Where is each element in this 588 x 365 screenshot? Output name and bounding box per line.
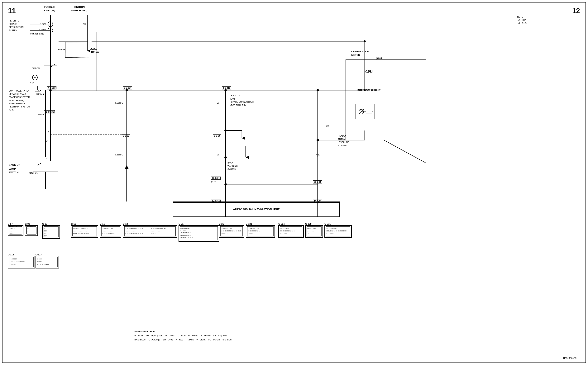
w-main: W bbox=[217, 102, 219, 104]
page-num-left: 11 bbox=[6, 6, 18, 16]
svg-text:10  11  12  13  14  15  16  17: 10 11 12 13 14 15 16 17 18 19 20 bbox=[326, 230, 347, 232]
note-label: NOTE★1 : LHD★2 : RHD bbox=[517, 15, 527, 25]
can-label: CONTROLLER AREANETWORK (CAN)SPARE CONNEC… bbox=[9, 89, 30, 112]
conn-c10-diagram: C-10 1 2 3 4 5 6 7 8 9 10 11 12 ○ ○ ○ ○ … bbox=[71, 223, 98, 238]
f8w-top: <F>8W bbox=[39, 23, 46, 25]
svg-text:58 59 60 61 62 63 64: 58 59 60 61 62 63 64 bbox=[180, 237, 193, 238]
conn-c19-diagram: C-19 21 22 23 24 25 26 27 28 29 30 ○ ○ ○… bbox=[123, 223, 177, 238]
svg-text:8 9 10 11 12 13 14 15 16: 8 9 10 11 12 13 14 15 16 bbox=[10, 261, 25, 262]
svg-text:○ ○ ○ ○ ○ ○ ○ ○ ○ ○  ○  ○: ○ ○ ○ ○ ○ ○ ○ ○ ○ ○ ○ ○ bbox=[73, 230, 87, 232]
svg-text:1 2 3  4 5 6  X  7 8 9: 1 2 3 4 5 6 X 7 8 9 bbox=[102, 228, 113, 229]
wire-num-20: 20 bbox=[326, 125, 329, 127]
c311-label: C-311 bbox=[325, 223, 352, 225]
c304-label: C-304 bbox=[278, 223, 304, 225]
svg-text:X 10  11  12 (13)X  15 16 17: X 10 11 12 (13)X 15 16 17 bbox=[73, 233, 89, 234]
svg-text:46 47 48 49 50 51: 46 47 48 49 50 51 bbox=[180, 232, 191, 233]
svg-text:○   ○   ○   ○   ○   ○   ○: ○ ○ ○ ○ ○ ○ ○ bbox=[326, 233, 334, 234]
conn-b07-diagram: B-07 MU802607 1 2 3 4 ○ ○ ○ ○ ○ ○ bbox=[8, 223, 23, 236]
lamp-symbol bbox=[355, 104, 375, 119]
etacs-ecu-label: ETACS-ECU bbox=[30, 33, 44, 35]
interface-circuit-box: INTERFACE CIRCUIT bbox=[349, 85, 389, 95]
c309-label: C-309 bbox=[305, 223, 323, 225]
conn-c21-diagram: C-21 41 42 43 44 45 ○ ○ ○ ○ ○ 46 47 48 4… bbox=[178, 223, 219, 242]
c19-label: C-19 bbox=[123, 223, 177, 225]
b07-tag: 5 B-07 bbox=[122, 134, 130, 137]
color-code-line2: BR : Brown O : Orange GR : Grey R : Red … bbox=[134, 338, 232, 342]
svg-text:52 53 54 55 56 57: 52 53 54 55 56 57 bbox=[180, 234, 191, 236]
c313-label: C-313 bbox=[8, 253, 35, 256]
f8w-bot: <F>8W bbox=[39, 28, 46, 31]
svg-text:○  ○  ○  ○  ○  ○: ○ ○ ○ ○ ○ ○ bbox=[10, 264, 16, 265]
fuse-75a: 7.5A bbox=[30, 82, 34, 84]
svg-text:m  5 6 7: m 5 6 7 bbox=[37, 261, 42, 262]
color-code-line1: B : Black LG : Light green G : Green L :… bbox=[134, 334, 232, 338]
page-num-right: 12 bbox=[570, 6, 582, 16]
svg-text:N: N bbox=[44, 227, 45, 229]
svg-text:○ ○: ○ ○ bbox=[27, 230, 29, 232]
cpu-label: CPU bbox=[365, 70, 373, 74]
v-085-star2: 0.85V ★2 bbox=[36, 93, 46, 96]
svg-text:1 2 3 4  ○  5 6 7: 1 2 3 4 ○ 5 6 7 bbox=[280, 228, 289, 229]
back-warning-label: BACKWARNINGSYSTEM bbox=[227, 161, 238, 171]
r085g-top: 0.85R-G bbox=[115, 102, 123, 104]
c131-tag: 22 C-131 bbox=[44, 110, 55, 113]
combination-meter-label: COMBINATIONMETER bbox=[351, 50, 369, 57]
c10-label: C-10 bbox=[71, 223, 98, 225]
audio-nav-label: AUDIO VISUAL NAVIGATION UNIT bbox=[233, 208, 280, 211]
svg-text:21 22 23 24 25  26  27 28 29 3: 21 22 23 24 25 26 27 28 29 30 bbox=[125, 228, 143, 229]
w-label: (W) bbox=[83, 23, 86, 25]
svg-text:○   ○   ○   ○   ○   ○: ○ ○ ○ ○ ○ ○ bbox=[248, 233, 254, 234]
svg-text:○  ○  ○  ○  ○  ○: ○ ○ ○ ○ ○ ○ bbox=[307, 230, 314, 232]
c36-tag: 9 C-36 bbox=[213, 134, 221, 137]
conn-c03-diagram: C-03 N 1 2 3 4 ○ ○ ○ ○ 5 6 7 8 9 bbox=[42, 223, 60, 239]
c131-label: C-131 bbox=[246, 223, 275, 225]
svg-text:○  ○  ○  ○  ○  ○: ○ ○ ○ ○ ○ ○ bbox=[221, 233, 227, 234]
c36-label: C-36 bbox=[219, 223, 244, 225]
svg-text:41 42 43 44 45 46 47 48: 41 42 43 44 45 46 47 48 bbox=[151, 228, 165, 229]
c21-label: C-21 bbox=[178, 223, 219, 225]
svg-text:8  9 10 11 12 13 14 15 16: 8 9 10 11 12 13 14 15 16 bbox=[280, 230, 295, 232]
svg-text:1 2 3 4  ○  5 6 7 8 9: 1 2 3 4 ○ 5 6 7 8 9 bbox=[248, 228, 259, 229]
conn-c317-diagram: C-317 □ □ □ □ m 5 6 7 8 9 10 12 13 14 15 bbox=[35, 253, 59, 268]
wire-num-2: 2 bbox=[45, 157, 47, 160]
svg-text:□  □  □  □: □ □ □ □ bbox=[37, 258, 42, 260]
svg-text:1 2 3 4 5 6 7 8 9 10 11 12: 1 2 3 4 5 6 7 8 9 10 11 12 bbox=[73, 228, 88, 229]
svg-text:10 11 12 13 14 15 16 17 18 19 : 10 11 12 13 14 15 16 17 18 19 20 bbox=[221, 230, 241, 232]
conn-c313-diagram: C-313 1 2 3 4 5 6 7 8 9 10 11 12 13 14 1… bbox=[8, 253, 35, 268]
c311-tag: 2 C-311 bbox=[222, 86, 231, 89]
svg-text:○  ○  ○  ○  ○   ○   ○  ○  ○  ○: ○ ○ ○ ○ ○ ○ ○ ○ ○ ○ bbox=[125, 230, 136, 232]
svg-text:10 11 12   13 14   15 16 17: 10 11 12 13 14 15 16 17 bbox=[102, 233, 116, 234]
conn-c11-diagram: C-11 1 2 3 4 5 6 X 7 8 9 ○ ○ ○ ○ ○ ○ ○ ○… bbox=[100, 223, 121, 238]
svg-text:8 9 10  12   13 14 15: 8 9 10 12 13 14 15 bbox=[37, 264, 49, 265]
c03-tag: C-03 bbox=[376, 57, 383, 60]
svg-text:41 42 43 44 45: 41 42 43 44 45 bbox=[180, 228, 190, 229]
relay-coil-box bbox=[65, 42, 90, 57]
svg-rect-3 bbox=[366, 110, 372, 113]
svg-text:1 2 3 4 ○ 5 6 7 8 9: 1 2 3 4 ○ 5 6 7 8 9 bbox=[221, 228, 232, 229]
r085g-bot: 0.85R-G bbox=[115, 154, 123, 156]
interface-circuit-label: INTERFACE CIRCUIT bbox=[357, 89, 381, 91]
fusible-link-label: FUSIBLELINK (33) bbox=[44, 5, 55, 12]
svg-text:1 2 3 4: 1 2 3 4 bbox=[44, 230, 48, 232]
c304-tag: 2 C-304 bbox=[123, 86, 132, 89]
wl-label: (W-L) bbox=[315, 154, 320, 156]
w-bot-wire: W bbox=[217, 154, 219, 156]
svg-text:○ ○ ○ ○: ○ ○ ○ ○ bbox=[44, 233, 49, 234]
conn-c309-diagram: C-309 1 2 3 4 ○ 5 6 7 ○ ○ ○ ○ ○ ○ □ □ bbox=[305, 223, 323, 238]
b08-label: B-08 bbox=[25, 223, 38, 225]
color-code-section: Wire colour code B : Black LG : Light gr… bbox=[134, 330, 232, 342]
svg-text:1 2 3 4   5 6 7: 1 2 3 4 5 6 7 bbox=[10, 258, 17, 260]
etacs-ecu-box bbox=[29, 32, 97, 91]
off-on-label-1: OFF ON bbox=[32, 67, 40, 70]
c19-tag: 31 C-19 bbox=[313, 180, 322, 183]
svg-text:○  ○  ○  ○  ○: ○ ○ ○ ○ ○ bbox=[180, 230, 186, 231]
svg-text:○  ○  ○  ○  ○  ○  ○  ○: ○ ○ ○ ○ ○ ○ ○ ○ bbox=[151, 230, 160, 232]
wire-num-4: 4 bbox=[48, 131, 49, 133]
v-label-wire: V bbox=[46, 140, 47, 142]
color-code-title: Wire colour code bbox=[134, 330, 232, 333]
diagram-code: H7G14E04FC bbox=[563, 357, 576, 359]
conn-b08-diagram: B-08 MU802601 ○ ○ ○ ○ bbox=[25, 223, 38, 236]
backup-lamp-switch-label: BACK-UPLAMPSWITCH bbox=[9, 163, 20, 175]
wiring-diagram-page: 11 12 NOTE★1 : LHD★2 : RHD FUSIBLELINK (… bbox=[0, 0, 588, 365]
fuse-18-circle: 18 bbox=[32, 75, 38, 80]
